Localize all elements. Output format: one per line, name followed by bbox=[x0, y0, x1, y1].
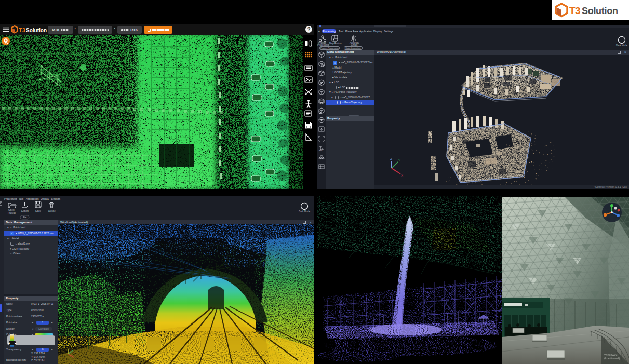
svg-text:Solution: Solution bbox=[582, 6, 618, 16]
svg-text:Y: Y bbox=[398, 159, 400, 162]
svg-text:Open: Open bbox=[8, 209, 15, 211]
svg-text:Z: Z bbox=[390, 157, 392, 160]
svg-text:Map Fusion: Map Fusion bbox=[329, 42, 342, 45]
svg-text:File: File bbox=[23, 216, 27, 219]
svg-text:Window03: Window03 bbox=[604, 353, 618, 356]
svg-text:Project: Project bbox=[8, 212, 16, 214]
svg-text:abc: abc bbox=[319, 149, 322, 151]
svg-text:Solution: Solution bbox=[26, 28, 47, 33]
svg-text:Save: Save bbox=[35, 210, 41, 212]
svg-text:Delete: Delete bbox=[48, 210, 56, 212]
svg-text:T3: T3 bbox=[19, 27, 25, 33]
svg-text:(Inactivated): (Inactivated) bbox=[604, 357, 620, 360]
svg-text:X: X bbox=[401, 174, 403, 177]
svg-text:Export: Export bbox=[21, 210, 29, 212]
svg-text:T3: T3 bbox=[569, 5, 580, 16]
